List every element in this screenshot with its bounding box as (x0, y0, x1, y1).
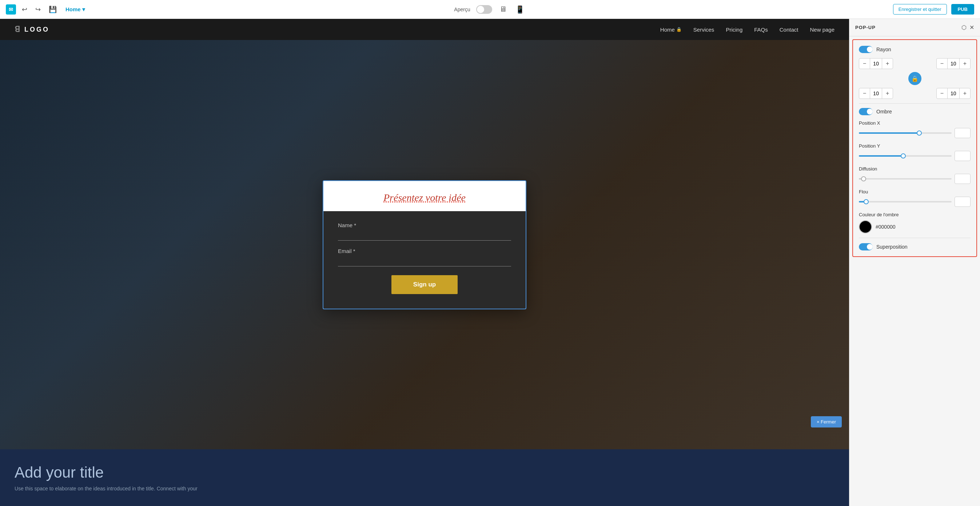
flou-label: Flou (859, 189, 970, 195)
save-button[interactable]: 💾 (46, 4, 59, 15)
rayon-label: Rayon (876, 46, 891, 52)
mobile-device-button[interactable]: 📱 (514, 4, 526, 15)
position-x-thumb[interactable] (917, 130, 922, 136)
site-logo: ꓭ LOGO (14, 25, 49, 34)
rayon-lock-center: 🔒 (859, 72, 970, 85)
nav-home[interactable]: Home 🔒 (660, 27, 682, 33)
panel-title: POP-UP (855, 25, 876, 30)
diffusion-track[interactable] (859, 178, 951, 179)
flou-slider-row (859, 197, 970, 207)
rayon-bottom-right-box: − 10 + (936, 88, 970, 99)
rayon-top-left-plus[interactable]: + (882, 59, 893, 69)
main-area: ꓭ LOGO Home 🔒 Services Pricing FAQs Cont… (0, 19, 980, 506)
rayon-top-left-minus[interactable]: − (859, 59, 870, 69)
ombre-toggle-row: Ombre (859, 108, 970, 115)
desktop-device-button[interactable]: 🖥 (498, 4, 508, 15)
diffusion-slider-row (859, 174, 970, 184)
panel-pin-button[interactable]: ⬡ (961, 24, 967, 31)
rayon-top-left-box: − 10 + (859, 58, 893, 69)
panel-icons: ⬡ ✕ (961, 24, 974, 31)
position-x-track[interactable] (859, 132, 951, 134)
rayon-bottom-left-value: 10 (870, 88, 882, 98)
nav-services[interactable]: Services (694, 27, 714, 33)
superposition-label: Superposition (876, 244, 908, 250)
position-x-section: Position X (859, 120, 970, 138)
rayon-bottom-left-box: − 10 + (859, 88, 893, 99)
bottom-section: Add your title Use this space to elabora… (0, 449, 849, 506)
apercu-label: Aperçu (454, 6, 470, 13)
rayon-bottom-row: − 10 + − 10 + (859, 88, 970, 99)
position-y-thumb[interactable] (901, 154, 906, 159)
site-logo-text: LOGO (24, 26, 49, 33)
redo-button[interactable]: ↪ (33, 4, 43, 15)
popup-close-button[interactable]: × Fermer (811, 416, 842, 427)
bottom-subtitle: Use this space to elaborate on the ideas… (14, 485, 835, 492)
nav-contact[interactable]: Contact (780, 27, 799, 33)
rayon-toggle[interactable] (859, 46, 873, 53)
publish-button[interactable]: PUB (951, 4, 974, 14)
position-y-section: Position Y (859, 143, 970, 161)
diffusion-section: Diffusion (859, 166, 970, 184)
rayon-top-right-plus[interactable]: + (959, 59, 970, 69)
popup-signup-button[interactable]: Sign up (391, 275, 458, 294)
diffusion-thumb[interactable] (861, 176, 866, 181)
popup-name-input[interactable] (338, 230, 511, 241)
panel-content: Rayon − 10 + − 10 + 🔒 (852, 39, 977, 257)
position-x-slider-row (859, 128, 970, 138)
bottom-title: Add your title (14, 464, 835, 481)
hero-area: Présentez votre idée Name * Email * Sign… (0, 40, 849, 449)
toolbar: ✉ ↩ ↪ 💾 Home ▾ Aperçu 🖥 📱 Enregistrer et… (0, 0, 980, 19)
position-y-track[interactable] (859, 155, 951, 157)
lock-icon: 🔒 (676, 27, 682, 32)
home-dropdown[interactable]: Home ▾ (62, 5, 88, 14)
home-label: Home (65, 6, 81, 13)
flou-input[interactable] (955, 197, 970, 207)
undo-button[interactable]: ↩ (20, 4, 29, 15)
site-nav: Home 🔒 Services Pricing FAQs Contact New… (660, 27, 835, 33)
ombre-toggle[interactable] (859, 108, 873, 115)
canvas-area: ꓭ LOGO Home 🔒 Services Pricing FAQs Cont… (0, 19, 849, 506)
rayon-bottom-right-plus[interactable]: + (959, 88, 970, 98)
nav-new-page[interactable]: New page (810, 27, 835, 33)
popup-email-field: Email * (338, 248, 511, 266)
position-y-input[interactable] (955, 151, 970, 161)
superposition-toggle[interactable] (859, 243, 873, 251)
rayon-top-left-value: 10 (870, 59, 882, 69)
couleur-row: #000000 (859, 220, 970, 233)
rayon-bottom-left-minus[interactable]: − (859, 88, 870, 98)
popup-modal-header: Présentez votre idée (323, 181, 526, 211)
position-x-input[interactable] (955, 128, 970, 138)
flou-track[interactable] (859, 201, 951, 203)
rayon-top-right-minus[interactable]: − (937, 59, 947, 69)
divider-1 (859, 103, 970, 104)
rayon-top-row: − 10 + − 10 + (859, 58, 970, 69)
diffusion-input[interactable] (955, 174, 970, 184)
popup-title: Présentez votre idée (338, 192, 511, 203)
toolbar-right: Enregistrer et quitter PUB (654, 4, 974, 14)
color-swatch[interactable] (859, 220, 872, 233)
color-hex-value: #000000 (876, 224, 896, 230)
rayon-bottom-right-value: 10 (947, 88, 959, 98)
rayon-top-right-box: − 10 + (936, 58, 970, 69)
popup-modal: Présentez votre idée Name * Email * Sign… (323, 180, 527, 309)
app-logo-icon: ✉ (6, 4, 16, 14)
popup-email-input[interactable] (338, 255, 511, 266)
panel-close-button[interactable]: ✕ (969, 24, 974, 31)
rayon-bottom-right-minus[interactable]: − (937, 88, 947, 98)
popup-name-label: Name * (338, 222, 511, 228)
rayon-top-right-value: 10 (947, 59, 959, 69)
site-logo-icon: ꓭ (14, 25, 21, 34)
toolbar-left: ✉ ↩ ↪ 💾 Home ▾ (6, 4, 326, 15)
apercu-toggle[interactable] (476, 5, 492, 14)
nav-pricing[interactable]: Pricing (726, 27, 743, 33)
ombre-label: Ombre (876, 109, 892, 114)
flou-thumb[interactable] (864, 199, 869, 204)
right-panel: POP-UP ⬡ ✕ Rayon − 10 + (849, 19, 980, 506)
nav-faqs[interactable]: FAQs (754, 27, 768, 33)
popup-email-label: Email * (338, 248, 511, 254)
position-y-label: Position Y (859, 143, 970, 149)
divider-2 (859, 238, 970, 238)
rayon-bottom-left-plus[interactable]: + (882, 88, 893, 98)
rayon-lock-icon[interactable]: 🔒 (908, 72, 921, 85)
save-quit-button[interactable]: Enregistrer et quitter (893, 4, 947, 14)
